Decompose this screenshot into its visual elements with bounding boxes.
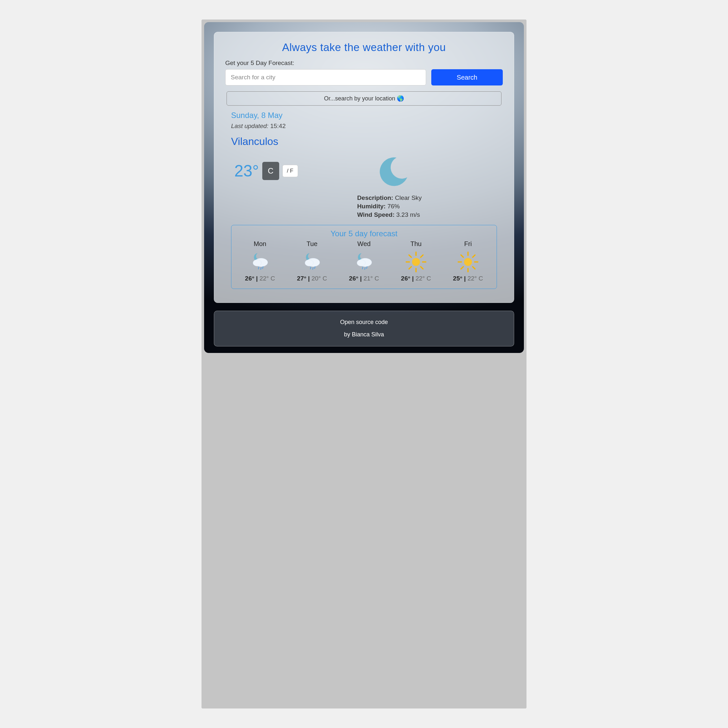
overview-section: Sunday, 8 May Last updated: 15:42 Vilanc… xyxy=(225,111,503,295)
forecast-day-label: Wed xyxy=(338,240,390,248)
svg-line-28 xyxy=(461,255,463,257)
forecast-low: 22° C xyxy=(259,275,275,282)
last-updated: Last updated: 15:42 xyxy=(231,122,497,130)
svg-line-3 xyxy=(261,268,261,269)
unit-fahrenheit-button[interactable]: / F xyxy=(283,165,298,177)
wind-value: 3.23 m/s xyxy=(396,211,420,218)
last-updated-time: 15:42 xyxy=(270,122,286,129)
svg-line-8 xyxy=(313,268,313,269)
footer-line-1: Open source code xyxy=(219,316,509,329)
use-location-button[interactable]: Or...search by your location 🌎 xyxy=(226,91,502,106)
svg-line-2 xyxy=(258,267,259,269)
clear-night-icon xyxy=(375,154,411,190)
search-button[interactable]: Search xyxy=(431,69,503,86)
forecast-temps: 26° | 22° C xyxy=(234,275,286,282)
svg-line-19 xyxy=(409,255,411,257)
humidity-label: Humidity: xyxy=(357,203,386,210)
forecast-low: 22° C xyxy=(467,275,483,282)
forecast-temps: 26° | 22° C xyxy=(390,275,442,282)
forecast-temps: 26° | 21° C xyxy=(338,275,390,282)
svg-point-6 xyxy=(305,260,313,266)
footer-line-2: by Bianca Silva xyxy=(219,329,509,341)
description-label: Description: xyxy=(357,194,393,201)
svg-line-31 xyxy=(461,266,463,269)
svg-line-4 xyxy=(263,266,263,268)
forecast-high: 27° xyxy=(297,275,306,282)
forecast-row: Mon26° | 22° CTue27° | 20° CWed26° | 21°… xyxy=(234,240,494,282)
description-value: Clear Sky xyxy=(395,194,422,201)
svg-line-13 xyxy=(365,268,365,269)
forecast-high: 25° xyxy=(453,275,462,282)
forecast-day-label: Thu xyxy=(390,240,442,248)
humidity-value: 76% xyxy=(387,203,400,210)
forecast-high: 26° xyxy=(245,275,254,282)
svg-line-12 xyxy=(362,267,363,269)
forecast-low: 21° C xyxy=(363,275,379,282)
svg-point-1 xyxy=(253,260,261,266)
search-row: Search xyxy=(225,69,503,86)
forecast-day-label: Fri xyxy=(442,240,494,248)
main-card: Always take the weather with you Get you… xyxy=(214,32,514,303)
svg-point-11 xyxy=(357,260,365,266)
forecast-temps: 27° | 20° C xyxy=(286,275,338,282)
current-details-block: Description: Clear Sky Humidity: 76% Win… xyxy=(357,154,497,219)
svg-point-23 xyxy=(412,258,420,266)
sunny-icon xyxy=(390,249,442,275)
svg-line-30 xyxy=(473,255,475,257)
current-temp-block: 23° C / F xyxy=(231,154,351,180)
forecast-day-label: Mon xyxy=(234,240,286,248)
current-weather-row: 23° C / F Description: Clear Sk xyxy=(231,154,497,219)
footer: Open source code by Bianca Silva xyxy=(214,311,514,346)
search-input[interactable] xyxy=(225,69,426,86)
forecast-day-label: Tue xyxy=(286,240,338,248)
humidity-line: Humidity: 76% xyxy=(357,203,400,210)
forecast-title: Your 5 day forecast xyxy=(234,229,494,238)
svg-line-9 xyxy=(315,266,315,268)
forecast-low: 20° C xyxy=(311,275,327,282)
forecast-low: 22° C xyxy=(415,275,431,282)
forecast-day: Thu26° | 22° C xyxy=(390,240,442,282)
page-title: Always take the weather with you xyxy=(225,41,503,54)
night-rain-icon xyxy=(234,249,286,275)
svg-line-22 xyxy=(409,266,411,269)
current-date: Sunday, 8 May xyxy=(231,111,497,120)
search-prompt: Get your 5 Day Forecast: xyxy=(225,60,503,67)
app-frame: Always take the weather with you Get you… xyxy=(204,22,524,353)
forecast-day: Fri25° | 22° C xyxy=(442,240,494,282)
night-rain-icon xyxy=(338,249,390,275)
forecast-card: Your 5 day forecast Mon26° | 22° CTue27°… xyxy=(231,225,497,289)
wind-label: Wind Speed: xyxy=(357,211,395,218)
forecast-day: Tue27° | 20° C xyxy=(286,240,338,282)
description-line: Description: Clear Sky xyxy=(357,194,422,202)
night-rain-icon xyxy=(286,249,338,275)
svg-point-32 xyxy=(464,258,472,266)
last-updated-label: Last updated: xyxy=(231,122,268,129)
svg-line-14 xyxy=(367,266,367,268)
svg-line-7 xyxy=(310,267,311,269)
svg-line-21 xyxy=(421,255,423,257)
app-outer: Always take the weather with you Get you… xyxy=(202,20,526,708)
forecast-high: 26° xyxy=(349,275,358,282)
forecast-day: Wed26° | 21° C xyxy=(338,240,390,282)
forecast-high: 26° xyxy=(401,275,410,282)
current-temperature: 23° xyxy=(234,163,259,179)
svg-line-29 xyxy=(473,266,475,269)
wind-line: Wind Speed: 3.23 m/s xyxy=(357,211,420,219)
current-weather-icon-wrap xyxy=(357,154,411,190)
city-name: Vilanculos xyxy=(231,136,497,148)
svg-line-20 xyxy=(421,266,423,269)
sunny-icon xyxy=(442,249,494,275)
forecast-temps: 25° | 22° C xyxy=(442,275,494,282)
unit-celsius-button[interactable]: C xyxy=(262,162,279,180)
forecast-day: Mon26° | 22° C xyxy=(234,240,286,282)
